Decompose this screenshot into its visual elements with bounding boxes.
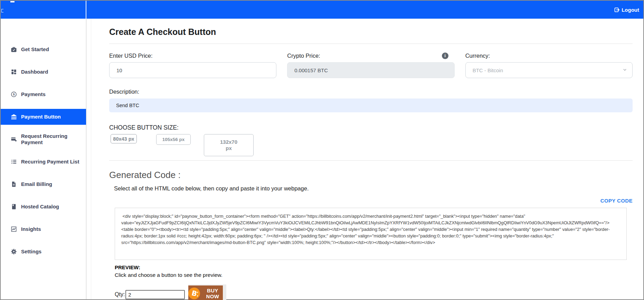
preview-instruction: Click and choose a button to see the pre… bbox=[115, 272, 633, 278]
logo-fragment bbox=[10, 1, 15, 2]
sidebar-item-get-started[interactable]: Get Started bbox=[1, 41, 86, 57]
copy-code-link[interactable]: COPY CODE bbox=[600, 198, 633, 204]
preview-title: PREVIEW: bbox=[115, 264, 633, 270]
logout-button[interactable]: Logout bbox=[614, 7, 639, 13]
sidebar-item-payments[interactable]: $ Payments bbox=[1, 86, 86, 102]
sidebar-item-dashboard[interactable]: Dashboard bbox=[1, 64, 86, 80]
dashboard-grid-icon bbox=[10, 68, 17, 75]
chevron-down-icon bbox=[622, 67, 627, 73]
sidebar-gutter bbox=[86, 19, 91, 299]
usd-price-label: Enter USD Price: bbox=[109, 53, 153, 59]
currency-field-group: Currency: BTC - Bitcoin bbox=[465, 52, 633, 78]
button-size-label: CHOOSE BUTTON SIZE: bbox=[109, 124, 633, 131]
sidebar-item-payment-button[interactable]: Payment Button bbox=[1, 109, 86, 125]
logout-icon bbox=[614, 7, 620, 13]
currency-select[interactable]: BTC - Bitcoin bbox=[465, 62, 633, 78]
sidebar-item-recurring-payment-list[interactable]: Recurring Payment List bbox=[1, 154, 86, 170]
qty-input[interactable] bbox=[125, 290, 185, 299]
svg-text:$: $ bbox=[13, 93, 15, 96]
size-option-105x56[interactable]: 105x56 px bbox=[156, 134, 191, 145]
header-bar: Logout bbox=[86, 1, 643, 19]
buy-now-button[interactable]: B BUY NOW bbox=[188, 285, 223, 300]
crypto-price-field bbox=[287, 62, 454, 78]
button-size-options: 80x43 px 105x56 px 132x70 px bbox=[109, 134, 633, 156]
info-circle-icon[interactable]: i bbox=[442, 53, 448, 59]
description-input[interactable] bbox=[109, 99, 633, 112]
sidebar-item-settings[interactable]: Settings bbox=[1, 244, 86, 260]
generated-code-text: <div style="display:block;" id="paynow_b… bbox=[121, 213, 620, 246]
main-content: Create A Checkout Button Enter USD Price… bbox=[91, 19, 643, 299]
list-icon bbox=[10, 158, 17, 165]
bank-icon bbox=[10, 113, 17, 120]
price-form-row: Enter USD Price: Crypto Price: i Currenc… bbox=[109, 52, 633, 78]
sidebar-item-label: Request Recurring Payment bbox=[21, 133, 86, 146]
usd-price-input[interactable] bbox=[109, 62, 276, 78]
qty-label: Qty: bbox=[115, 291, 125, 298]
copy-code-row: COPY CODE bbox=[109, 198, 633, 204]
description-label: Description: bbox=[109, 88, 139, 95]
sidebar-item-label: Payment Button bbox=[21, 114, 61, 120]
logo-fragment bbox=[1, 9, 3, 12]
usd-price-field-group: Enter USD Price: bbox=[109, 52, 276, 78]
logout-label: Logout bbox=[622, 7, 639, 13]
currency-selected-value: BTC - Bitcoin bbox=[473, 67, 503, 73]
crypto-price-field-group: Crypto Price: i bbox=[287, 52, 454, 78]
sidebar-item-label: Recurring Payment List bbox=[21, 159, 79, 165]
top-header: Logout bbox=[1, 1, 643, 19]
sidebar-item-label: Settings bbox=[21, 249, 41, 255]
briefcase-check-icon bbox=[10, 46, 17, 53]
sidebar-item-label: Payments bbox=[21, 91, 46, 97]
page-title: Create A Checkout Button bbox=[109, 27, 633, 37]
sidebar-item-hosted-catalog[interactable]: Hosted Catalog bbox=[1, 199, 86, 215]
sidebar-item-label: Email Billing bbox=[21, 181, 52, 187]
generated-code-box[interactable]: <div style="display:block;" id="paynow_b… bbox=[115, 208, 627, 260]
sidebar-item-label: Hosted Catalog bbox=[21, 204, 59, 210]
sidebar-item-email-billing[interactable]: Email Billing bbox=[1, 176, 86, 192]
gear-icon bbox=[10, 248, 17, 255]
header-brand-strip bbox=[1, 1, 86, 19]
bitcoin-icon: B bbox=[188, 288, 200, 299]
sidebar-item-label: Get Started bbox=[21, 46, 49, 53]
description-field-group: Description: bbox=[109, 88, 633, 112]
app-window: Logout Get Started Dashboard $ bbox=[0, 0, 644, 300]
size-option-80x43[interactable]: 80x43 px bbox=[111, 134, 137, 143]
sidebar-item-label: Insights bbox=[21, 226, 41, 232]
card-plus-icon bbox=[10, 136, 17, 143]
chart-line-icon bbox=[10, 226, 17, 233]
currency-label: Currency: bbox=[465, 53, 490, 59]
book-icon bbox=[10, 203, 17, 210]
buy-now-label: BUY NOW bbox=[202, 288, 223, 299]
preview-row: Qty: B BUY NOW bbox=[115, 284, 633, 300]
crypto-price-label: Crypto Price: bbox=[287, 53, 320, 59]
buy-now-frame: B BUY NOW bbox=[188, 284, 226, 300]
dollar-circle-icon: $ bbox=[10, 91, 17, 98]
document-icon bbox=[10, 181, 17, 188]
generated-code-title: Generated Code : bbox=[109, 170, 633, 180]
size-option-label: 132x70 px bbox=[218, 139, 239, 151]
sidebar-item-label: Dashboard bbox=[21, 69, 48, 75]
divider bbox=[109, 160, 633, 161]
sidebar: Get Started Dashboard $ Payments Payment… bbox=[1, 19, 86, 299]
sidebar-item-request-recurring-payment[interactable]: Request Recurring Payment bbox=[1, 131, 86, 147]
size-option-132x70[interactable]: 132x70 px bbox=[204, 134, 254, 156]
generated-code-instruction: Select all of the HTML code below, then … bbox=[114, 185, 633, 192]
sidebar-item-insights[interactable]: Insights bbox=[1, 221, 86, 237]
divider bbox=[109, 44, 633, 44]
